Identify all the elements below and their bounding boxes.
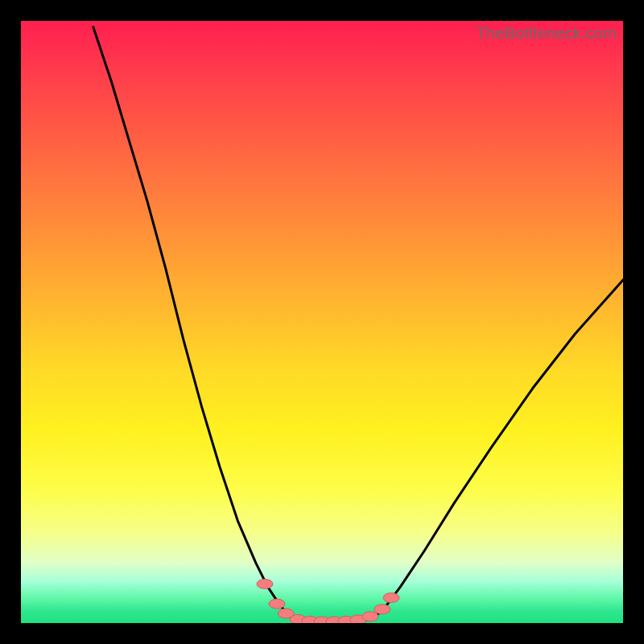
chart-svg — [21, 21, 623, 623]
marker-dot — [269, 599, 285, 609]
curve-group — [93, 27, 623, 621]
markers-group — [257, 579, 399, 623]
frame: TheBottleneck.com — [0, 0, 644, 644]
marker-dot — [383, 593, 399, 603]
marker-dot — [374, 605, 390, 614]
curve-left-path — [93, 27, 298, 621]
marker-dot — [362, 612, 378, 621]
plot-area: TheBottleneck.com — [21, 21, 623, 623]
marker-dot — [257, 579, 273, 588]
curve-right-path — [370, 280, 623, 620]
